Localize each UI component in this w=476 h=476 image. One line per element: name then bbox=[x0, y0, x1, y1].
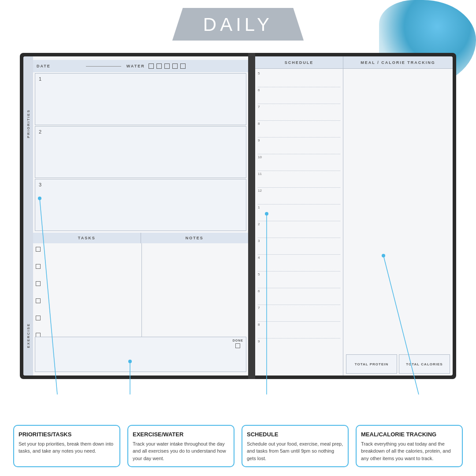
notes-body[interactable] bbox=[142, 243, 249, 345]
priority-2[interactable]: 2 bbox=[35, 126, 246, 178]
exercise-sidebar-label: EXERCISE bbox=[26, 323, 30, 348]
time-9: 9 bbox=[258, 138, 266, 142]
priority-num-3: 3 bbox=[39, 182, 41, 187]
water-label: WATER bbox=[126, 64, 145, 68]
desc-text-exercise: Track your water intake throughout the d… bbox=[133, 440, 229, 462]
time-11: 11 bbox=[258, 171, 266, 176]
task-checkbox-3[interactable] bbox=[36, 281, 41, 286]
time-7pm: 7 bbox=[258, 305, 266, 310]
task-checkbox-4[interactable] bbox=[36, 298, 41, 303]
header-banner: DAILY bbox=[172, 8, 304, 41]
task-item-1 bbox=[36, 247, 139, 252]
priorities-area: 1 2 3 bbox=[33, 72, 248, 231]
task-item-3 bbox=[36, 281, 139, 286]
schedule-row-6pm[interactable]: 6 bbox=[258, 288, 340, 305]
date-line bbox=[86, 66, 121, 67]
meal-footer: TOTAL PROTEIN TOTAL CALORIES bbox=[346, 354, 450, 374]
time-4pm: 4 bbox=[258, 255, 266, 260]
priority-num-1: 1 bbox=[39, 76, 41, 82]
schedule-row-8pm[interactable]: 8 bbox=[258, 322, 340, 338]
priorities-sidebar-label: PRIORITIES bbox=[26, 109, 30, 138]
meal-rows[interactable] bbox=[346, 71, 450, 353]
time-8: 8 bbox=[258, 121, 266, 126]
schedule-body: 5 6 7 8 9 10 11 12 1 2 3 4 5 6 7 8 9 bbox=[255, 69, 343, 376]
total-calories-box: TOTAL CALORIES bbox=[399, 354, 450, 374]
time-3pm: 3 bbox=[258, 238, 266, 243]
descriptions-section: PRIORITIES/TASKS Set your top priorities… bbox=[13, 425, 463, 468]
schedule-row-1pm[interactable]: 1 bbox=[258, 205, 340, 221]
time-12: 12 bbox=[258, 188, 266, 193]
desc-text-meal: Track everything you eat today and the b… bbox=[361, 440, 457, 462]
water-box-4[interactable] bbox=[172, 63, 178, 69]
schedule-row-12[interactable]: 12 bbox=[258, 188, 340, 205]
meal-header: MEAL / CALORIE TRACKING bbox=[343, 56, 453, 68]
tasks-notes-body bbox=[33, 243, 248, 345]
tasks-header: TASKS bbox=[33, 233, 141, 243]
right-header: SCHEDULE MEAL / CALORIE TRACKING bbox=[255, 56, 453, 69]
water-box-2[interactable] bbox=[156, 63, 162, 69]
tasks-notes-header: TASKS NOTES bbox=[33, 233, 248, 243]
time-8pm: 8 bbox=[258, 322, 266, 327]
desc-box-exercise: EXERCISE/WATER Track your water intake t… bbox=[127, 425, 234, 468]
schedule-row-8[interactable]: 8 bbox=[258, 121, 340, 138]
priority-3[interactable]: 3 bbox=[35, 179, 246, 231]
priority-num-2: 2 bbox=[39, 129, 41, 134]
time-5: 5 bbox=[258, 71, 266, 75]
desc-title-meal: MEAL/CALORIE TRACKING bbox=[361, 431, 457, 438]
desc-box-priorities: PRIORITIES/TASKS Set your top priorities… bbox=[13, 425, 120, 468]
schedule-row-9[interactable]: 9 bbox=[258, 138, 340, 154]
done-label: DONE bbox=[233, 339, 243, 342]
task-item-5 bbox=[36, 316, 139, 320]
notebook: PRIORITIES EXERCISE DATE WATER 1 2 bbox=[20, 53, 456, 379]
exercise-area[interactable]: DONE bbox=[35, 337, 246, 372]
time-1pm: 1 bbox=[258, 205, 266, 209]
task-checkbox-5[interactable] bbox=[36, 316, 41, 320]
schedule-row-7pm[interactable]: 7 bbox=[258, 305, 340, 322]
desc-text-schedule: Schedule out your food, exercise, meal p… bbox=[247, 440, 343, 462]
time-9pm: 9 bbox=[258, 338, 266, 343]
desc-text-priorities: Set your top priorities, break them down… bbox=[19, 440, 115, 455]
desc-box-meal: MEAL/CALORIE TRACKING Track everything y… bbox=[356, 425, 463, 468]
water-box-1[interactable] bbox=[149, 63, 154, 69]
schedule-row-5pm[interactable]: 5 bbox=[258, 271, 340, 288]
desc-box-schedule: SCHEDULE Schedule out your food, exercis… bbox=[242, 425, 349, 468]
time-6: 6 bbox=[258, 87, 266, 92]
task-checkbox-2[interactable] bbox=[36, 264, 41, 269]
page-title: DAILY bbox=[203, 14, 273, 35]
time-7: 7 bbox=[258, 104, 266, 109]
right-page: SCHEDULE MEAL / CALORIE TRACKING 5 6 7 8… bbox=[255, 56, 453, 376]
water-box-5[interactable] bbox=[180, 63, 186, 69]
total-protein-box: TOTAL PROTEIN bbox=[346, 354, 397, 374]
schedule-row-9pm[interactable]: 9 bbox=[258, 338, 340, 355]
task-checkbox-1[interactable] bbox=[36, 247, 41, 252]
schedule-row-4pm[interactable]: 4 bbox=[258, 255, 340, 271]
schedule-row-5[interactable]: 5 bbox=[258, 71, 340, 87]
notes-header: NOTES bbox=[141, 233, 249, 243]
meal-tracking-body: TOTAL PROTEIN TOTAL CALORIES bbox=[343, 69, 453, 376]
desc-title-exercise: EXERCISE/WATER bbox=[133, 431, 229, 438]
left-sidebar: PRIORITIES EXERCISE bbox=[23, 56, 33, 376]
desc-title-priorities: PRIORITIES/TASKS bbox=[19, 431, 115, 438]
done-checkbox[interactable] bbox=[235, 343, 240, 348]
schedule-row-11[interactable]: 11 bbox=[258, 171, 340, 188]
task-item-4 bbox=[36, 298, 139, 303]
desc-title-schedule: SCHEDULE bbox=[247, 431, 343, 438]
time-6pm: 6 bbox=[258, 288, 266, 293]
water-box-3[interactable] bbox=[164, 63, 170, 69]
tasks-body bbox=[33, 243, 142, 345]
priority-1[interactable]: 1 bbox=[35, 73, 246, 125]
right-body: 5 6 7 8 9 10 11 12 1 2 3 4 5 6 7 8 9 bbox=[255, 69, 453, 376]
schedule-row-10[interactable]: 10 bbox=[258, 154, 340, 171]
water-tracker bbox=[149, 63, 186, 69]
left-page: PRIORITIES EXERCISE DATE WATER 1 2 bbox=[23, 56, 248, 376]
schedule-row-2pm[interactable]: 2 bbox=[258, 221, 340, 238]
schedule-header: SCHEDULE bbox=[255, 56, 343, 68]
schedule-row-3pm[interactable]: 3 bbox=[258, 238, 340, 255]
schedule-row-6[interactable]: 6 bbox=[258, 87, 340, 104]
date-label: DATE bbox=[37, 64, 51, 68]
done-section: DONE bbox=[233, 339, 243, 348]
spine bbox=[248, 53, 255, 379]
time-5pm: 5 bbox=[258, 271, 266, 276]
time-2pm: 2 bbox=[258, 221, 266, 226]
schedule-row-7[interactable]: 7 bbox=[258, 104, 340, 121]
